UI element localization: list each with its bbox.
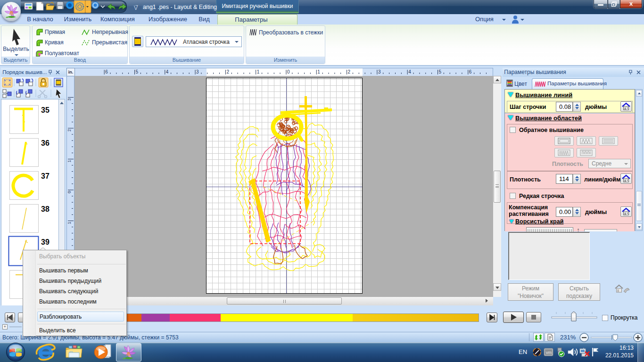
svg-text:1: 1 [257,69,260,74]
svg-text:36: 36 [41,139,50,147]
svg-text:0: 0 [287,69,290,74]
svg-text:6: 6 [105,69,108,74]
svg-text:2: 2 [348,69,351,74]
svg-text:2: 2 [226,69,229,74]
svg-text:vm: vm [546,350,552,355]
svg-text:3: 3 [378,69,381,74]
svg-text:38: 38 [41,205,50,213]
svg-text:3: 3 [67,99,72,101]
svg-text:35: 35 [41,106,50,114]
svg-text:5: 5 [439,69,442,74]
svg-text:4: 4 [166,69,169,74]
svg-text:3: 3 [196,69,199,74]
svg-text:4: 4 [408,69,411,74]
svg-text:0: 0 [67,191,72,193]
svg-text:6: 6 [469,69,472,74]
svg-text:37: 37 [41,172,50,180]
svg-text:5: 5 [136,69,139,74]
svg-text:1: 1 [67,160,72,163]
svg-text:39: 39 [41,238,50,246]
svg-text:1: 1 [67,222,72,224]
svg-text:2: 2 [67,129,72,132]
svg-text:1: 1 [317,69,320,74]
